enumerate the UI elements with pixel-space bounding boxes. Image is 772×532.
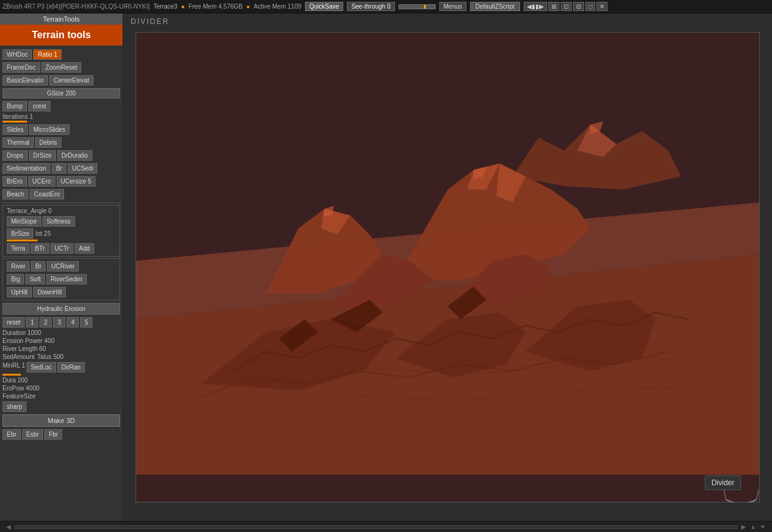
esbr-button[interactable]: Esbr bbox=[22, 429, 44, 440]
framedoc-row: FrameDoc ZoomReset bbox=[0, 61, 123, 74]
scroll-right-arrow[interactable]: ▶ bbox=[741, 523, 746, 530]
framedoc-button[interactable]: FrameDoc bbox=[2, 62, 40, 73]
btr-button[interactable]: BTr bbox=[31, 243, 49, 254]
drduratio-button[interactable]: DrDuratio bbox=[57, 150, 92, 161]
br2-button[interactable]: Br bbox=[31, 261, 46, 272]
minslope-row: MinSlope Softness bbox=[4, 215, 118, 228]
br-button[interactable]: Br bbox=[52, 163, 67, 174]
ratio1-button[interactable]: Ratio 1 bbox=[33, 49, 62, 60]
river-button[interactable]: River bbox=[7, 261, 30, 272]
thermal-button[interactable]: Thermal bbox=[2, 137, 34, 148]
main-content: TerrainTools Terrain tools WHDoc Ratio 1… bbox=[0, 14, 772, 521]
crest-button[interactable]: crest bbox=[28, 101, 51, 111]
ebr-button[interactable]: Ebr bbox=[2, 429, 21, 440]
dirran-button[interactable]: DirRan bbox=[57, 362, 85, 373]
mem-dot1: ● bbox=[181, 3, 185, 10]
icon-btn-4[interactable]: ⊟ bbox=[573, 2, 584, 11]
soft-button[interactable]: Soft bbox=[25, 274, 45, 284]
talus-label: Talus 500 bbox=[37, 353, 63, 360]
see-through-button[interactable]: See-through 0 bbox=[347, 2, 394, 11]
slides-button[interactable]: Slides bbox=[2, 124, 28, 135]
defaultz-button[interactable]: DefaultZScript bbox=[470, 2, 520, 11]
num1-button[interactable]: 1 bbox=[26, 317, 38, 328]
scroll-track[interactable] bbox=[15, 525, 737, 529]
big-button[interactable]: Big bbox=[7, 274, 24, 284]
river-length-label: River Length 60 bbox=[2, 345, 46, 352]
downhill-button[interactable]: DownHill bbox=[33, 287, 66, 297]
iterations-slider[interactable] bbox=[2, 121, 27, 123]
icon-btn-5[interactable]: □ bbox=[585, 2, 595, 11]
mem-dot2: ● bbox=[246, 3, 250, 10]
basicelevation-button[interactable]: BasicElevatio bbox=[2, 75, 48, 86]
zoomreset-button[interactable]: ZoomReset bbox=[41, 62, 82, 73]
thermal-row: Thermal Debris bbox=[0, 136, 123, 149]
duration-label: Duration 1000 bbox=[2, 329, 41, 336]
reset-button[interactable]: reset bbox=[2, 317, 25, 328]
icon-btn-1[interactable]: ◀▮▮▶ bbox=[524, 2, 547, 11]
minrl-slider[interactable] bbox=[2, 374, 21, 376]
svg-line-21 bbox=[724, 490, 726, 499]
icon-btn-3[interactable]: ⊡ bbox=[561, 2, 572, 11]
bump-button[interactable]: Bump bbox=[2, 101, 27, 111]
drops-row: Drops DrSize DrDuratio bbox=[0, 149, 123, 162]
uctr-button[interactable]: UCTr bbox=[51, 243, 74, 254]
icon-btn-2[interactable]: ⊞ bbox=[548, 2, 559, 11]
iterations-label: Iterations 1 bbox=[2, 113, 33, 120]
ucsedi-button[interactable]: UCSedi bbox=[68, 163, 97, 174]
coastero-button[interactable]: CoastEro bbox=[30, 189, 64, 200]
make3d-button[interactable]: Make 3D bbox=[2, 414, 120, 427]
brero-row: BrEro UCEro UCersize 5 bbox=[0, 175, 123, 188]
river-row: River Br UCRiver bbox=[4, 260, 118, 273]
viewport-canvas: DIVIDER bbox=[123, 14, 772, 521]
viewport[interactable]: DIVIDER bbox=[123, 14, 772, 521]
num3-button[interactable]: 3 bbox=[53, 317, 65, 328]
sharp-button[interactable]: sharp bbox=[2, 401, 26, 412]
terrace-angle-label: Terrace_Angle 0 bbox=[7, 208, 52, 214]
riversedim-button[interactable]: RiverSedim bbox=[46, 274, 87, 284]
panel-title[interactable]: TerrainTools bbox=[0, 14, 123, 25]
free-mem: Free Mem 4.576GB bbox=[189, 3, 243, 10]
terra-button[interactable]: Terra bbox=[7, 243, 30, 254]
sedimentation-button[interactable]: Sedimentation bbox=[2, 163, 51, 174]
reset-row: reset 1 2 3 4 5 bbox=[0, 316, 123, 329]
sedloc-button[interactable]: SedLoc bbox=[26, 362, 56, 373]
scroll-left-arrow[interactable]: ◀ bbox=[6, 523, 11, 530]
add-button[interactable]: Add bbox=[75, 243, 94, 254]
ucriver-button[interactable]: UCRiver bbox=[47, 261, 79, 272]
terrain-tools-header: Terrain tools bbox=[0, 25, 123, 46]
down-arrow[interactable]: ▼ bbox=[760, 523, 766, 530]
terrain-3d-view[interactable] bbox=[136, 32, 760, 502]
drsize-button[interactable]: DrSize bbox=[29, 150, 56, 161]
num4-button[interactable]: 4 bbox=[67, 317, 79, 328]
num2-button[interactable]: 2 bbox=[39, 317, 52, 328]
minslope-button[interactable]: MinSlope bbox=[7, 216, 41, 227]
menus-button[interactable]: Menus bbox=[439, 2, 466, 11]
icon-btn-6[interactable]: ✕ bbox=[596, 2, 607, 11]
num5-button[interactable]: 5 bbox=[80, 317, 92, 328]
brero-button[interactable]: BrEro bbox=[2, 176, 27, 187]
drops-button[interactable]: Drops bbox=[2, 150, 28, 161]
int25-label: Int 25 bbox=[35, 230, 51, 237]
elevation-row: BasicElevatio CenterElevat bbox=[0, 74, 123, 87]
quicksave-button[interactable]: QuickSave bbox=[305, 2, 343, 11]
whdoc-button[interactable]: WHDoc bbox=[2, 49, 32, 60]
debris-button[interactable]: Debris bbox=[35, 137, 62, 148]
dura-row: Dura 200 bbox=[0, 376, 123, 384]
uphill-button[interactable]: UpHill bbox=[7, 287, 32, 297]
microslides-button[interactable]: MicroSlides bbox=[29, 124, 70, 135]
brsize-slider[interactable] bbox=[7, 240, 38, 241]
up-arrow[interactable]: ▲ bbox=[750, 523, 756, 530]
erosion-power-label: Erosion Power 400 bbox=[2, 337, 55, 344]
beach-button[interactable]: Beach bbox=[2, 189, 28, 200]
softness-button[interactable]: Softness bbox=[43, 216, 75, 227]
hydraulic-erosion-button[interactable]: Hydraulic Erosion bbox=[2, 303, 120, 315]
fbr-button[interactable]: Fbr bbox=[44, 429, 62, 440]
active-mem: Active Mem 1109 bbox=[254, 3, 301, 10]
gsize-button[interactable]: GSize 200 bbox=[2, 88, 120, 99]
beach-row: Beach CoastEro bbox=[0, 188, 123, 201]
centerelevat-button[interactable]: CenterElevat bbox=[49, 75, 94, 86]
ucero-button[interactable]: UCEro bbox=[28, 176, 55, 187]
brsize-button[interactable]: BrSize bbox=[7, 228, 33, 239]
see-through-slider[interactable] bbox=[399, 4, 436, 9]
ucersize-button[interactable]: UCersize 5 bbox=[57, 176, 95, 187]
